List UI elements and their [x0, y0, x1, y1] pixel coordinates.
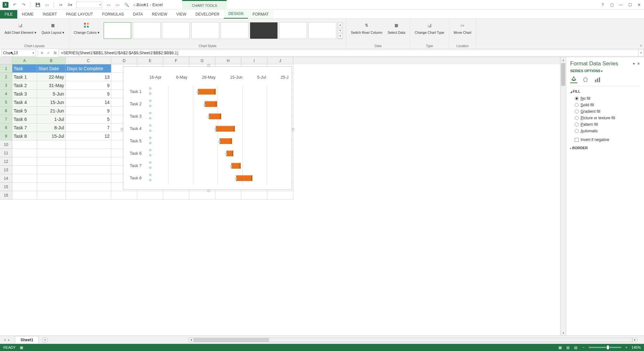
- row-header-12[interactable]: 12: [0, 157, 12, 166]
- cell-C13[interactable]: [66, 166, 111, 174]
- cell-B4[interactable]: 5-Jun: [37, 90, 66, 98]
- cell-A11[interactable]: [12, 149, 37, 157]
- formula-expand-button[interactable]: ▾: [638, 49, 644, 57]
- undo-button[interactable]: ↶: [12, 2, 18, 8]
- cell-B1[interactable]: Start Date: [37, 64, 66, 73]
- cell-A9[interactable]: Task 8: [12, 132, 37, 140]
- chart-style-3[interactable]: [162, 22, 190, 39]
- chart-plot-area[interactable]: 16-Apr6-May26-May15-Jun5-Jul25-J Task 1T…: [127, 71, 288, 185]
- chart-style-1[interactable]: [103, 22, 131, 39]
- cell-C7[interactable]: 5: [66, 115, 111, 124]
- chart-bar-duration[interactable]: [231, 163, 241, 169]
- series-options-icon[interactable]: [594, 76, 601, 83]
- column-header-H[interactable]: H: [215, 57, 241, 64]
- cell-B3[interactable]: 31-May: [37, 81, 66, 90]
- cell-A8[interactable]: Task 7: [12, 124, 37, 132]
- cell-B14[interactable]: [37, 174, 66, 183]
- cell-C8[interactable]: 7: [66, 124, 111, 132]
- formula-input[interactable]: =SERIES(Sheet1!$B$1,Sheet1!$A$2:$A$9,She…: [59, 49, 638, 57]
- chart-style-8[interactable]: [308, 22, 336, 39]
- vertical-scrollbar[interactable]: ▴ ▾: [560, 57, 566, 335]
- row-header-9[interactable]: 9: [0, 132, 12, 140]
- qat-btn-c[interactable]: 🔍: [124, 2, 129, 8]
- sheet-nav-next[interactable]: ▸: [7, 338, 11, 342]
- row-header-2[interactable]: 2: [0, 73, 12, 81]
- fill-option-no-fill[interactable]: No fill: [575, 95, 640, 102]
- pane-options-button[interactable]: ▾: [633, 61, 635, 66]
- tab-review[interactable]: REVIEW: [147, 10, 172, 19]
- chart-bar-duration[interactable]: [205, 101, 217, 107]
- cell-B9[interactable]: 15-Jul: [37, 132, 66, 140]
- series-options-dropdown[interactable]: SERIES OPTIONS: [570, 69, 640, 73]
- chart-style-2[interactable]: [133, 22, 161, 39]
- fill-line-icon[interactable]: [570, 76, 577, 83]
- select-all-corner[interactable]: [0, 57, 12, 64]
- cell-A14[interactable]: [12, 174, 37, 183]
- cell-A16[interactable]: [12, 191, 37, 200]
- cell-D16[interactable]: [111, 191, 137, 200]
- cell-F16[interactable]: [163, 191, 189, 200]
- formula-cancel-button[interactable]: ✕: [39, 50, 45, 56]
- row-header-4[interactable]: 4: [0, 90, 12, 98]
- cell-I16[interactable]: [241, 191, 267, 200]
- fill-option-automatic[interactable]: Automatic: [575, 128, 640, 134]
- font-selector[interactable]: [76, 2, 102, 8]
- effects-icon[interactable]: [582, 76, 589, 83]
- cell-C11[interactable]: [66, 149, 111, 157]
- cell-A6[interactable]: Task 5: [12, 107, 37, 115]
- row-header-6[interactable]: 6: [0, 107, 12, 115]
- cell-E16[interactable]: [137, 191, 163, 200]
- cell-B2[interactable]: 22-May: [37, 73, 66, 81]
- cell-B6[interactable]: 21-Jun: [37, 107, 66, 115]
- save-button[interactable]: 💾: [35, 2, 41, 8]
- help-button[interactable]: ?: [600, 3, 605, 7]
- row-header-11[interactable]: 11: [0, 149, 12, 157]
- new-sheet-button[interactable]: +: [42, 337, 48, 343]
- chart-bar-duration[interactable]: [236, 175, 252, 181]
- cell-B11[interactable]: [37, 149, 66, 157]
- zoom-slider[interactable]: [589, 347, 621, 348]
- page-layout-view-icon[interactable]: ▥: [565, 345, 570, 350]
- column-header-J[interactable]: J: [267, 57, 293, 64]
- cell-C12[interactable]: [66, 157, 111, 166]
- chart-bar-duration[interactable]: [209, 113, 221, 119]
- row-header-13[interactable]: 13: [0, 166, 12, 174]
- name-box[interactable]: Chart 13: [1, 49, 36, 57]
- column-header-D[interactable]: D: [111, 57, 137, 64]
- cell-B13[interactable]: [37, 166, 66, 174]
- cell-A12[interactable]: [12, 157, 37, 166]
- row-header-16[interactable]: 16: [0, 191, 12, 200]
- cell-C5[interactable]: 14: [66, 98, 111, 107]
- tab-format[interactable]: FORMAT: [248, 10, 273, 19]
- move-chart-button[interactable]: ▭ Move Chart: [452, 20, 473, 35]
- formula-enter-button[interactable]: ✓: [45, 50, 52, 56]
- tab-home[interactable]: HOME: [17, 10, 38, 19]
- font-decrease-button[interactable]: A▾: [58, 2, 64, 8]
- font-increase-button[interactable]: A▾: [67, 2, 73, 8]
- chart-bar-duration[interactable]: [220, 138, 232, 144]
- close-button[interactable]: ✕: [637, 3, 641, 7]
- cell-A15[interactable]: [12, 183, 37, 191]
- ribbon-collapse-button[interactable]: ʌ: [640, 44, 642, 47]
- chart-style-6[interactable]: [250, 22, 278, 39]
- page-break-view-icon[interactable]: ▤: [573, 345, 578, 350]
- cell-A5[interactable]: Task 4: [12, 98, 37, 107]
- column-header-B[interactable]: B: [37, 57, 66, 64]
- chart-styles-scroll[interactable]: ▴▾▾: [338, 22, 343, 39]
- fill-option-gradient-fill[interactable]: Gradient fill: [575, 108, 640, 115]
- zoom-level[interactable]: 145%: [632, 345, 641, 349]
- tab-data[interactable]: DATA: [128, 10, 147, 19]
- redo-button[interactable]: ↷: [21, 2, 27, 8]
- fill-section-header[interactable]: FILL: [570, 89, 640, 93]
- cell-J16[interactable]: [267, 191, 293, 200]
- cell-A4[interactable]: Task 3: [12, 90, 37, 98]
- cell-B7[interactable]: 1-Jul: [37, 115, 66, 124]
- column-header-A[interactable]: A: [12, 57, 37, 64]
- invert-if-negative-checkbox[interactable]: Invert if negative: [570, 136, 640, 143]
- normal-view-icon[interactable]: ▦: [557, 345, 563, 350]
- cell-C3[interactable]: 9: [66, 81, 111, 90]
- row-header-15[interactable]: 15: [0, 183, 12, 191]
- qat-button[interactable]: ▭: [44, 2, 50, 8]
- cell-C9[interactable]: 12: [66, 132, 111, 140]
- chart-bar-duration[interactable]: [226, 150, 233, 156]
